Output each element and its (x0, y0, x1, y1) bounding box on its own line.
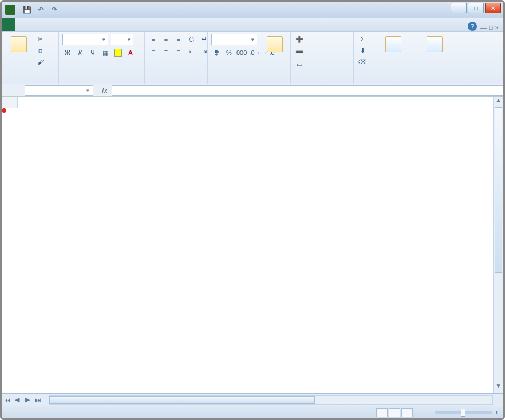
select-all-corner[interactable] (2, 97, 18, 108)
name-box[interactable]: ▾ (25, 85, 93, 96)
align-center-button[interactable]: ≡ (161, 46, 171, 57)
view-pagebreak-button[interactable] (401, 408, 413, 417)
font-name-combo[interactable]: ▾ (62, 34, 108, 45)
sheet-nav-next[interactable]: ▶ (22, 396, 33, 403)
status-bar: − + (2, 406, 503, 418)
view-layout-button[interactable] (389, 408, 400, 417)
percent-button[interactable]: % (224, 48, 234, 58)
qat-undo-icon[interactable]: ↶ (35, 4, 46, 15)
find-icon (427, 36, 443, 52)
italic-button[interactable]: К (75, 48, 85, 58)
bold-button[interactable]: Ж (62, 48, 73, 58)
paste-icon (11, 36, 27, 52)
sort-icon (385, 36, 401, 52)
cell-styles-button[interactable] (263, 34, 287, 56)
delete-cells-button[interactable]: ➖ (294, 46, 305, 57)
horizontal-scrollbar[interactable] (49, 395, 493, 405)
copy-icon[interactable]: ⧉ (35, 45, 45, 56)
underline-button[interactable]: Ч (88, 48, 98, 58)
cut-icon[interactable]: ✂ (35, 34, 45, 44)
find-select-button[interactable] (416, 34, 453, 56)
file-tab[interactable] (2, 17, 15, 31)
vertical-scrollbar[interactable]: ▲ ▼ (493, 97, 503, 393)
zoom-slider[interactable] (435, 411, 492, 414)
font-size-combo[interactable]: ▾ (111, 34, 133, 45)
qat-save-icon[interactable]: 💾 (21, 4, 33, 15)
window-close-button[interactable]: ✕ (485, 3, 501, 13)
window-titlebar: 💾 ↶ ↷ — □ ✕ (2, 2, 503, 18)
fill-button[interactable]: ⬇ (357, 45, 368, 56)
clear-button[interactable]: ⌫ (357, 57, 368, 67)
fx-icon[interactable]: fx (98, 87, 112, 95)
window-maximize-button[interactable]: □ (468, 3, 484, 13)
align-top-button[interactable]: ≡ (148, 34, 159, 44)
currency-button[interactable]: $ (211, 48, 222, 58)
highlight-frame (2, 108, 6, 113)
window-minimize-button[interactable]: — (451, 3, 467, 13)
number-format-combo[interactable]: ▾ (211, 34, 257, 45)
orientation-button[interactable]: ⭮ (186, 34, 196, 44)
sheet-nav-prev[interactable]: ◀ (12, 396, 22, 403)
border-button[interactable]: ▦ (100, 48, 111, 58)
align-right-button[interactable]: ≡ (173, 46, 184, 57)
paste-button[interactable] (5, 34, 33, 56)
ribbon-tab-strip: ? — □ × (2, 18, 503, 32)
align-middle-button[interactable]: ≡ (161, 34, 171, 44)
formula-bar[interactable] (112, 85, 503, 96)
align-left-button[interactable]: ≡ (148, 46, 159, 57)
zoom-out-button[interactable]: − (427, 409, 431, 416)
comma-button[interactable]: 000 (236, 48, 247, 58)
app-icon (5, 5, 15, 15)
sheet-nav-first[interactable]: ⏮ (2, 397, 12, 403)
sheet-nav-last[interactable]: ⏭ (33, 397, 43, 403)
qat-redo-icon[interactable]: ↷ (49, 4, 60, 15)
zoom-in-button[interactable]: + (495, 409, 499, 416)
ribbon: ✂ ⧉ 🖌 ▾ ▾ Ж К Ч ▦ A (2, 32, 503, 84)
view-normal-button[interactable] (376, 408, 388, 417)
format-cells-button[interactable]: ▭ (294, 59, 305, 69)
fill-color-button[interactable] (113, 48, 123, 58)
doc-restore-button[interactable]: □ (489, 24, 493, 31)
align-bottom-button[interactable]: ≡ (173, 34, 184, 44)
doc-minimize-button[interactable]: — (480, 24, 487, 31)
autosum-button[interactable]: Σ (357, 34, 368, 44)
decrease-indent-button[interactable]: ⇤ (186, 46, 196, 57)
sort-filter-button[interactable] (373, 34, 413, 56)
styles-icon (267, 36, 283, 52)
doc-close-button[interactable]: × (495, 24, 499, 31)
format-painter-icon[interactable]: 🖌 (35, 57, 45, 67)
font-color-button[interactable]: A (125, 48, 136, 58)
help-icon[interactable]: ? (468, 22, 477, 31)
insert-cells-button[interactable]: ➕ (294, 34, 305, 44)
